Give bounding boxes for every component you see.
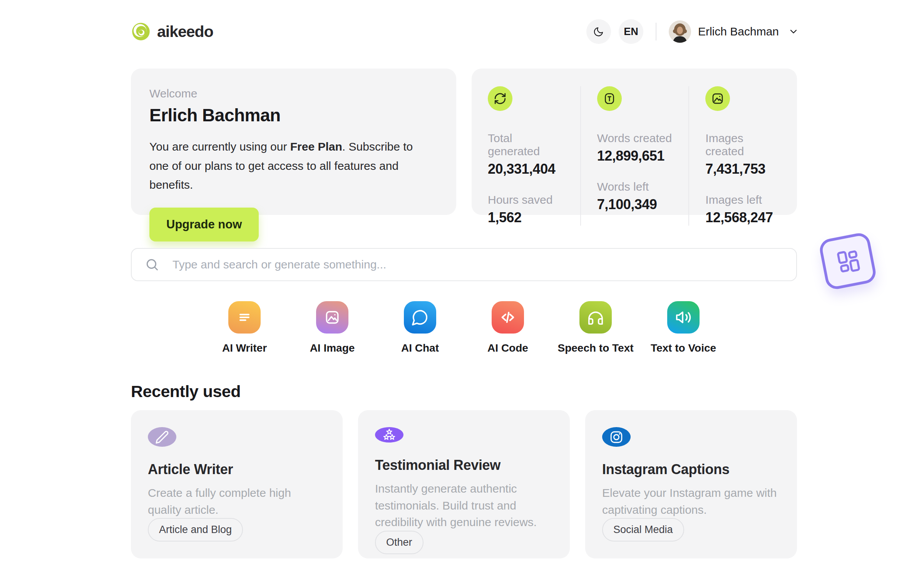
chevron-down-icon bbox=[788, 26, 799, 37]
search-bar bbox=[131, 248, 797, 281]
card-description: Create a fully complete high quality art… bbox=[148, 484, 326, 518]
tool-text-to-voice[interactable]: Text to Voice bbox=[653, 301, 713, 354]
header-divider bbox=[656, 23, 656, 40]
headphones-icon bbox=[579, 301, 612, 334]
recent-card-instagram-captions[interactable]: Instagram Captions Elevate your Instagra… bbox=[585, 410, 797, 558]
writer-icon bbox=[228, 301, 261, 334]
recent-card-testimonial-review[interactable]: Testimonial Review Instantly generate au… bbox=[358, 410, 570, 558]
stat-label: Words left bbox=[597, 180, 673, 193]
tool-label: AI Writer bbox=[222, 342, 267, 354]
brand-logo[interactable]: aikeedo bbox=[131, 22, 213, 42]
card-title: Testimonial Review bbox=[375, 457, 500, 473]
stat-label: Total generated bbox=[488, 132, 564, 158]
welcome-message: You are currently using our Free Plan. S… bbox=[149, 137, 423, 194]
stat-column-images: Images created 7,431,753 Images left 12,… bbox=[688, 86, 797, 226]
stat-value: 1,562 bbox=[488, 210, 564, 226]
card-title: Article Writer bbox=[148, 461, 233, 478]
user-menu[interactable]: Erlich Bachman bbox=[669, 20, 799, 43]
stat-value: 12,568,247 bbox=[705, 210, 781, 226]
stat-label: Images created bbox=[705, 132, 781, 158]
tool-label: AI Code bbox=[487, 342, 528, 354]
words-icon bbox=[597, 86, 622, 111]
brand-name: aikeedo bbox=[157, 23, 213, 41]
tool-label: AI Chat bbox=[401, 342, 439, 354]
category-tag: Other bbox=[375, 531, 424, 554]
language-button[interactable]: EN bbox=[619, 19, 643, 44]
code-icon bbox=[492, 301, 524, 334]
pencil-icon bbox=[148, 427, 176, 447]
floating-library-badge[interactable] bbox=[818, 231, 878, 291]
images-icon bbox=[705, 86, 730, 111]
main-content: Welcome Erlich Bachman You are currently… bbox=[0, 69, 924, 558]
welcome-user-name: Erlich Bachman bbox=[149, 105, 438, 126]
tool-speech-to-text[interactable]: Speech to Text bbox=[566, 301, 626, 354]
stat-label: Images left bbox=[705, 193, 781, 206]
aikeedo-swirl-icon bbox=[131, 22, 151, 42]
speaker-icon bbox=[667, 301, 700, 334]
stat-label: Hours saved bbox=[488, 193, 564, 206]
card-description: Instantly generate authentic testimonial… bbox=[375, 480, 553, 531]
recently-used-heading: Recently used bbox=[131, 382, 797, 401]
avatar bbox=[669, 20, 691, 43]
stars-icon bbox=[375, 427, 403, 443]
user-name: Erlich Bachman bbox=[698, 25, 779, 38]
header: aikeedo EN Erlich Bach bbox=[0, 0, 924, 47]
category-tag: Social Media bbox=[602, 518, 684, 542]
tool-label: Text to Voice bbox=[651, 342, 716, 354]
recent-card-article-writer[interactable]: Article Writer Create a fully complete h… bbox=[131, 410, 343, 558]
stat-value: 12,899,651 bbox=[597, 148, 673, 164]
stat-value: 20,331,404 bbox=[488, 161, 564, 177]
stats-card: Total generated 20,331,404 Hours saved 1… bbox=[472, 69, 797, 215]
theme-toggle-button[interactable] bbox=[586, 19, 611, 44]
dashboard-icon bbox=[830, 244, 865, 278]
welcome-label: Welcome bbox=[149, 87, 438, 100]
tool-ai-chat[interactable]: AI Chat bbox=[390, 301, 450, 354]
refresh-icon bbox=[488, 86, 512, 111]
moon-icon bbox=[593, 26, 604, 37]
card-title: Instagram Captions bbox=[602, 461, 730, 478]
search-input[interactable] bbox=[131, 248, 797, 281]
recent-cards: Article Writer Create a fully complete h… bbox=[131, 410, 797, 558]
tool-label: Speech to Text bbox=[557, 342, 633, 354]
upgrade-button[interactable]: Upgrade now bbox=[149, 208, 259, 241]
stat-value: 7,100,349 bbox=[597, 196, 673, 213]
plan-name: Free Plan bbox=[290, 140, 342, 153]
tool-ai-writer[interactable]: AI Writer bbox=[214, 301, 275, 354]
welcome-card: Welcome Erlich Bachman You are currently… bbox=[131, 69, 456, 215]
stat-label: Words created bbox=[597, 132, 673, 145]
tool-ai-image[interactable]: AI Image bbox=[302, 301, 362, 354]
image-icon bbox=[316, 301, 348, 334]
category-tag: Article and Blog bbox=[148, 518, 243, 542]
tool-ai-code[interactable]: AI Code bbox=[478, 301, 538, 354]
chat-icon bbox=[404, 301, 436, 334]
card-description: Elevate your Instagram game with captiva… bbox=[602, 484, 780, 518]
instagram-icon bbox=[602, 427, 631, 447]
tools-row: AI Writer AI Image AI Chat bbox=[131, 301, 797, 354]
stat-column-words: Words created 12,899,651 Words left 7,10… bbox=[580, 86, 689, 226]
stat-column-generated: Total generated 20,331,404 Hours saved 1… bbox=[472, 86, 580, 226]
tool-label: AI Image bbox=[310, 342, 355, 354]
stat-value: 7,431,753 bbox=[705, 161, 781, 177]
